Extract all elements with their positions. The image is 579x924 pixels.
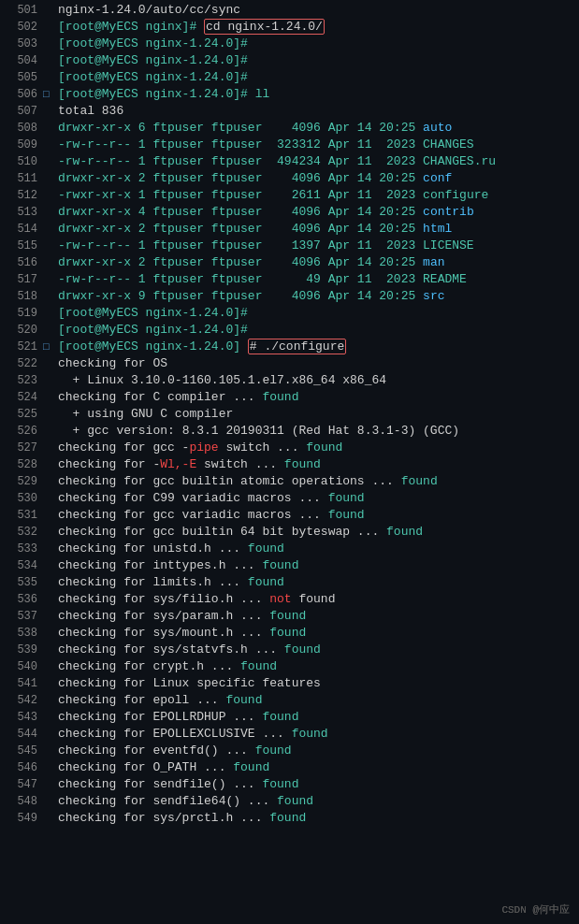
terminal-line: 505 [root@MyECS nginx-1.24.0]# [0,69,579,86]
terminal-line: 518 drwxr-xr-x 9 ftpuser ftpuser 4096 Ap… [0,288,579,305]
line-number: 503 [4,36,37,52]
line-content: drwxr-xr-x 9 ftpuser ftpuser 4096 Apr 14… [58,288,575,305]
line-icon [43,36,56,52]
terminal-line: 520 [root@MyECS nginx-1.24.0]# [0,322,579,339]
line-content: + using GNU C compiler [58,406,575,423]
line-icon [43,221,56,238]
line-number: 533 [4,541,37,557]
line-number: 544 [4,726,37,743]
terminal-line: 522 checking for OS [0,355,579,372]
line-number: 516 [4,254,37,271]
terminal-line: 543 checking for EPOLLRDHUP ... found [0,709,579,726]
line-icon [43,658,56,675]
terminal-line: 519 [root@MyECS nginx-1.24.0]# [0,305,579,322]
line-number: 512 [4,187,37,204]
line-number: 518 [4,288,37,305]
line-content: -rw-r--r-- 1 ftpuser ftpuser 1397 Apr 11… [58,238,575,254]
line-number: 539 [4,642,37,658]
line-icon [43,19,56,36]
terminal-line: 536 checking for sys/filio.h ... not fou… [0,591,579,608]
line-number: 534 [4,557,37,574]
line-number: 508 [4,120,37,137]
terminal-line: 537 checking for sys/param.h ... found [0,608,579,625]
line-number: 525 [4,406,37,423]
line-number: 511 [4,170,37,187]
line-content: drwxr-xr-x 4 ftpuser ftpuser 4096 Apr 14… [58,204,575,221]
terminal-line: 533 checking for unistd.h ... found [0,541,579,557]
line-content: checking for -Wl,-E switch ... found [58,456,575,473]
terminal-line: 528 checking for -Wl,-E switch ... found [0,456,579,473]
line-content: [root@MyECS nginx-1.24.0]# [58,36,575,52]
terminal-line: 547 checking for sendfile() ... found [0,776,579,793]
line-icon [43,574,56,591]
line-icon [43,187,56,204]
terminal-line: 544 checking for EPOLLEXCLUSIVE ... foun… [0,726,579,743]
line-number: 530 [4,490,37,507]
line-content: [root@MyECS nginx-1.24.0]# [58,305,575,322]
line-content: checking for gcc builtin atomic operatio… [58,473,575,490]
line-number: 541 [4,675,37,692]
line-icon [43,490,56,507]
terminal-line: 501 nginx-1.24.0/auto/cc/sync [0,2,579,19]
line-number: 514 [4,221,37,238]
terminal-line: 548 checking for sendfile64() ... found [0,793,579,810]
line-content: checking for C99 variadic macros ... fou… [58,490,575,507]
line-content: checking for C compiler ... found [58,389,575,406]
line-icon [43,776,56,793]
line-icon [43,372,56,389]
line-icon [43,137,56,153]
terminal-line: 509 -rw-r--r-- 1 ftpuser ftpuser 323312 … [0,137,579,153]
terminal-line: 512 -rwxr-xr-x 1 ftpuser ftpuser 2611 Ap… [0,187,579,204]
line-icon [43,305,56,322]
line-number: 546 [4,759,37,776]
terminal-line: 502 [root@MyECS nginx]# cd nginx-1.24.0/ [0,19,579,36]
line-content: nginx-1.24.0/auto/cc/sync [58,2,575,19]
terminal-line: 525 + using GNU C compiler [0,406,579,423]
terminal-line: 508 drwxr-xr-x 6 ftpuser ftpuser 4096 Ap… [0,120,579,137]
line-number: 531 [4,507,37,524]
line-icon [43,675,56,692]
line-content: [root@MyECS nginx-1.24.0]# [58,52,575,69]
terminal-line: 514 drwxr-xr-x 2 ftpuser ftpuser 4096 Ap… [0,221,579,238]
line-number: 529 [4,473,37,490]
line-icon [43,2,56,19]
terminal-line: 517 -rw-r--r-- 1 ftpuser ftpuser 49 Apr … [0,271,579,288]
line-content: drwxr-xr-x 2 ftpuser ftpuser 4096 Apr 14… [58,254,575,271]
terminal-line: 521□[root@MyECS nginx-1.24.0] # ./config… [0,339,579,355]
line-icon [43,254,56,271]
line-number: 545 [4,743,37,759]
line-number: 523 [4,372,37,389]
line-content: checking for sys/statvfs.h ... found [58,642,575,658]
line-icon [43,692,56,709]
line-number: 536 [4,591,37,608]
line-number: 505 [4,69,37,86]
line-content: checking for Linux specific features [58,675,575,692]
terminal-line: 524 checking for C compiler ... found [0,389,579,406]
line-icon [43,170,56,187]
line-number: 543 [4,709,37,726]
line-content: checking for epoll ... found [58,692,575,709]
line-number: 548 [4,793,37,810]
line-icon [43,389,56,406]
line-number: 502 [4,19,37,36]
terminal-line: 549 checking for sys/prctl.h ... found [0,810,579,827]
line-icon [43,423,56,440]
terminal-line: 535 checking for limits.h ... found [0,574,579,591]
terminal-line: 504 [root@MyECS nginx-1.24.0]# [0,52,579,69]
line-icon [43,726,56,743]
line-icon [43,355,56,372]
line-icon [43,52,56,69]
line-number: 520 [4,322,37,339]
watermark: CSDN @何中应 [501,902,570,917]
line-content: checking for eventfd() ... found [58,743,575,759]
line-icon [43,288,56,305]
line-number: 513 [4,204,37,221]
line-icon [43,541,56,557]
line-content: [root@MyECS nginx]# cd nginx-1.24.0/ [58,19,575,36]
terminal-line: 526 + gcc version: 8.3.1 20190311 (Red H… [0,423,579,440]
line-content: checking for EPOLLRDHUP ... found [58,709,575,726]
terminal-line: 538 checking for sys/mount.h ... found [0,625,579,642]
line-number: 527 [4,440,37,456]
terminal-line: 529 checking for gcc builtin atomic oper… [0,473,579,490]
terminal-line: 503 [root@MyECS nginx-1.24.0]# [0,36,579,52]
